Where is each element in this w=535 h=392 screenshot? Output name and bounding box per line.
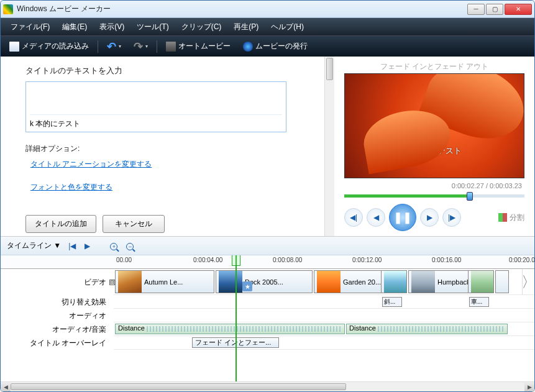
forward-button[interactable]: ▶ <box>420 208 439 227</box>
playhead-handle[interactable] <box>232 255 240 266</box>
video-track-label: ビデオ⊟ <box>1 269 114 295</box>
import-media-button[interactable]: メディアの読み込み <box>6 40 93 53</box>
rewind-button[interactable]: ◀ <box>367 208 385 227</box>
scrollbar-thumb[interactable] <box>326 58 333 80</box>
timeline-view-label[interactable]: タイムライン ▼ <box>7 240 61 251</box>
undo-icon: ↶ <box>107 40 116 53</box>
window-title: Windows ムービー メーカー <box>17 4 466 14</box>
cancel-button[interactable]: キャンセル <box>103 215 165 233</box>
import-icon <box>9 42 19 52</box>
title-text-input[interactable]: k 本的にテスト <box>25 81 286 132</box>
automovie-label: オートムービー <box>178 41 231 52</box>
clip-thumbnail <box>384 271 407 293</box>
audio-music-track[interactable]: Distance Distance <box>114 322 534 336</box>
ruler-tick: 0:00:04.00 <box>193 257 222 263</box>
video-clip[interactable] <box>468 270 494 293</box>
clip-label: Distance <box>349 324 376 332</box>
clip-thumbnail <box>219 271 242 293</box>
menu-edit[interactable]: 編集(E) <box>57 19 92 35</box>
change-animation-link[interactable]: タイトル アニメーションを変更する <box>30 159 322 170</box>
scroll-left-arrow[interactable]: ◀ <box>1 382 11 391</box>
waveform <box>147 326 342 332</box>
split-button[interactable]: 分割 <box>498 212 524 223</box>
title-bar: Windows ムービー メーカー ─ ▢ ✕ <box>1 1 534 18</box>
clip-thumbnail <box>317 271 341 293</box>
playhead[interactable] <box>235 255 237 381</box>
title-editor-panel: タイトルのテキストを入力 k 本的にテスト 詳細オプション: タイトル アニメー… <box>1 57 334 236</box>
timeline-play-button[interactable]: ▶ <box>83 242 91 250</box>
seek-knob[interactable] <box>467 192 473 201</box>
title-heading: タイトルのテキストを入力 <box>25 65 322 76</box>
publish-icon <box>243 42 253 52</box>
title-overlay-track[interactable]: フェード インとフェー... <box>114 336 534 350</box>
prev-frame-button[interactable]: ◀| <box>344 208 363 227</box>
import-label: メディアの読み込み <box>22 41 89 52</box>
minimize-button[interactable]: ─ <box>467 4 485 15</box>
title-text-value: k 本的にテスト <box>30 114 282 129</box>
undo-button[interactable]: ↶▾ <box>103 39 125 55</box>
audio-clip[interactable]: Distance <box>115 324 345 334</box>
video-clip[interactable] <box>495 270 509 293</box>
zoom-in-button[interactable]: + <box>109 242 119 250</box>
app-icon <box>3 4 13 14</box>
add-title-button[interactable]: タイトルの追加 <box>25 215 96 233</box>
app-window: Windows ムービー メーカー ─ ▢ ✕ ファイル(F) 編集(E) 表示… <box>0 0 535 392</box>
zoom-out-button[interactable]: − <box>125 242 135 250</box>
redo-button[interactable]: ↷▾ <box>130 39 152 55</box>
transition-clip[interactable]: 車... <box>469 297 489 307</box>
scroll-right-arrow[interactable]: ▶ <box>524 382 534 391</box>
title-overlay-track-label: タイトル オーバーレイ <box>1 336 114 350</box>
next-frame-button[interactable]: |▶ <box>442 208 461 227</box>
close-button[interactable]: ✕ <box>505 4 532 15</box>
scrollbar-thumb[interactable] <box>11 383 346 390</box>
horizontal-scrollbar[interactable]: ◀ ▶ <box>1 381 534 391</box>
preview-display[interactable]: k 本的にテスト <box>344 73 524 178</box>
content-area: タイトルのテキストを入力 k 本的にテスト 詳細オプション: タイトル アニメー… <box>1 57 534 391</box>
video-clip[interactable]: Autumn Le... <box>115 270 214 293</box>
ruler-tick: 0:00:16.00 <box>432 257 461 263</box>
separator <box>98 40 98 53</box>
menu-file[interactable]: ファイル(F) <box>6 19 55 35</box>
preview-panel: フェード インとフェード アウト k 本的にテスト 0:00:02.27 / 0… <box>334 57 534 236</box>
track-labels: ビデオ⊟ 切り替え効果 オーディオ オーディオ/音楽 タイトル オーバーレイ <box>1 255 114 381</box>
transition-track[interactable]: 斜... 車... <box>114 295 534 309</box>
menu-help[interactable]: ヘルプ(H) <box>266 19 309 35</box>
seek-bar[interactable] <box>344 194 524 198</box>
publish-label: ムービーの発行 <box>255 41 308 52</box>
timeline-rewind-button[interactable]: |◀ <box>67 242 77 250</box>
menu-clip[interactable]: クリップ(C) <box>176 19 227 35</box>
automovie-button[interactable]: オートムービー <box>162 40 234 53</box>
timeline-area: ビデオ⊟ 切り替え効果 オーディオ オーディオ/音楽 タイトル オーバーレイ 0… <box>1 255 534 381</box>
menu-bar: ファイル(F) 編集(E) 表示(V) ツール(T) クリップ(C) 再生(P)… <box>1 18 534 35</box>
vertical-scrollbar[interactable] <box>324 57 334 236</box>
play-pause-button[interactable]: ❚❚ <box>389 204 416 231</box>
time-current: 0:00:02.27 <box>452 182 484 189</box>
audio-music-track-label: オーディオ/音楽 <box>1 322 114 336</box>
upper-panel: タイトルのテキストを入力 k 本的にテスト 詳細オプション: タイトル アニメー… <box>1 57 534 237</box>
redo-icon: ↷ <box>134 40 143 53</box>
time-ruler[interactable]: 00.00 0:00:04.00 0:00:08.00 0:00:12.00 0… <box>114 255 534 269</box>
clip-thumbnail <box>411 271 435 293</box>
publish-button[interactable]: ムービーの発行 <box>239 40 311 53</box>
maximize-button[interactable]: ▢ <box>486 4 503 15</box>
ruler-tick: 0:00:08.00 <box>273 257 302 263</box>
change-font-link[interactable]: フォントと色を変更する <box>30 182 322 193</box>
audio-track[interactable] <box>114 309 534 322</box>
preview-overlay-text: k 本的にテスト <box>345 145 524 157</box>
transition-clip[interactable]: 斜... <box>382 297 402 307</box>
menu-tools[interactable]: ツール(T) <box>132 19 173 35</box>
audio-clip[interactable]: Distance <box>346 324 508 334</box>
split-icon <box>498 213 507 222</box>
video-track[interactable]: Autumn Le... Dock 2005...★ Garden 20... … <box>114 269 534 295</box>
video-clip[interactable]: Dock 2005...★ <box>216 270 313 293</box>
transition-track-label: 切り替え効果 <box>1 295 114 309</box>
video-clip[interactable] <box>381 270 407 293</box>
separator <box>157 40 157 53</box>
menu-view[interactable]: 表示(V) <box>94 19 129 35</box>
timeline-end-marker[interactable]: 〉 <box>522 269 534 294</box>
timeline-toolbar: タイムライン ▼ |◀ ▶ + − <box>1 237 534 255</box>
zoom-in-icon: + <box>110 243 117 250</box>
clip-label: Distance <box>118 324 145 332</box>
ruler-tick: 0:00:20.0 <box>509 257 534 263</box>
menu-play[interactable]: 再生(P) <box>229 19 263 35</box>
